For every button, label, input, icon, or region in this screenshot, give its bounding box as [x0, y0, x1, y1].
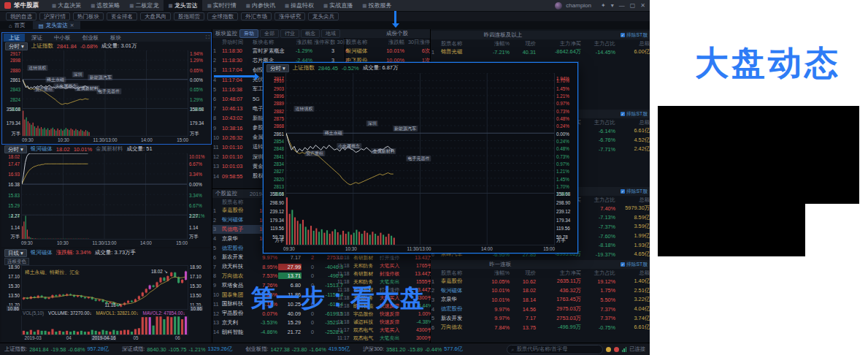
menu-item-二板定龙[interactable]: ▦二板定龙	[125, 0, 163, 11]
move-row[interactable]: 11:17双杰电气大笔买入4300手	[337, 326, 430, 334]
annotation-arrow-down	[394, 11, 396, 23]
filter-tab-全部[interactable]: 全部	[260, 29, 279, 38]
period-select[interactable]: 分时 ▾	[4, 145, 27, 153]
toolbar-button-股指期货[interactable]: 股指期货	[174, 12, 204, 20]
menu-item-选股策略[interactable]: ▦选股策略	[86, 0, 124, 11]
filter-tab-地域[interactable]: 地域	[321, 29, 340, 38]
period-select[interactable]: 日线 ▾	[4, 249, 27, 257]
doc-icon: ▤	[39, 23, 44, 29]
menu-icon: ▦	[52, 3, 56, 9]
stock-pct: 10.01%	[74, 146, 92, 153]
table-row[interactable]: 14朗科智能-4.86%21.720-2528.4	[212, 327, 337, 337]
exclude-st-checkbox[interactable]: ✓排除ST股	[621, 31, 648, 39]
board-tag: 新能源汽车	[393, 126, 418, 131]
toolbar-button-全球指数[interactable]: 全球指数	[207, 12, 238, 20]
filter-tab-行业[interactable]: 行业	[280, 29, 299, 38]
menu-icon: ▦	[362, 3, 366, 9]
expand-icon[interactable]: ⛶	[206, 34, 210, 40]
toolbar-button-涨停研究[interactable]: 涨停研究	[274, 12, 305, 20]
menu-item-大盘决策[interactable]: ▦大盘决策	[47, 0, 85, 11]
menu-item-实时行情[interactable]: ▦实时行情	[203, 0, 241, 11]
menu-icon: ▦	[285, 3, 289, 9]
toolbar-button-外汇市场[interactable]: 外汇市场	[241, 12, 272, 20]
maximize-button[interactable]: ▢	[630, 2, 636, 9]
theme-icon[interactable]: ✦	[601, 2, 606, 9]
price-annotation: 11.18 ↗	[105, 302, 121, 308]
board-note: 稀土永磁、特斯拉、汇金	[25, 269, 80, 276]
market-tab-深证[interactable]: 深证	[26, 34, 47, 42]
market-tab-板块[interactable]: 板块	[105, 34, 126, 42]
move-row[interactable]: 11:18天和防务大笔买入1765手	[337, 262, 430, 270]
index-minute-popup[interactable]: 分时 ▾ 上证指数 2846.45 -0.52% 成交量: 6.87万 2917…	[263, 62, 578, 253]
menu-item-龙头雷达[interactable]: ▦龙头雷达	[164, 0, 201, 11]
avatar[interactable]	[555, 2, 562, 9]
plate-monitor-title: 板块监控	[215, 30, 237, 37]
table-row[interactable]: 5新农开发9.97%7.172753.03万7.37%3.74亿	[431, 313, 650, 323]
menu-item-内参快讯[interactable]: ▦内参快讯	[242, 0, 280, 11]
board-tag: 深圳	[72, 72, 83, 77]
bell-icon[interactable]	[614, 347, 619, 352]
exclude-st-checkbox[interactable]: ✓排除ST股	[621, 261, 648, 268]
market-tabs: 上证深证中小板创业板板块⛶	[2, 33, 211, 42]
toolbar-button-龙头尖兵[interactable]: 龙头尖兵	[308, 12, 339, 20]
minimize-button[interactable]: —	[619, 2, 625, 9]
app-window: 笨牛股票 ▦大盘决策▦选股策略▦二板定龙▦龙头雷达▦实时行情▦内参快讯▦操盘特权…	[0, 0, 650, 355]
move-row[interactable]: 11:18有研新材封涨停板13.44万	[337, 270, 430, 278]
close-tab-icon[interactable]: ✕	[70, 23, 74, 28]
toolbar-button-大盘风向[interactable]: 大盘风向	[140, 12, 171, 20]
board-tag: 送转填权	[293, 106, 314, 112]
period-select[interactable]: 分时 ▾	[5, 42, 28, 50]
market-tab-创业板[interactable]: 创业板	[77, 34, 104, 42]
index-quote[interactable]: 沪深300:3581.20-15.89-0.44%577.6亿	[363, 346, 463, 353]
period-select[interactable]: 分时 ▾	[266, 64, 289, 72]
table-row[interactable]: 1铭普光磁-7.21%40.31-8642.64万-14.45%6.00亿	[431, 47, 650, 57]
close-button[interactable]: ✕	[640, 2, 645, 9]
step-annotation: 第一步：看大盘	[251, 282, 425, 315]
screenshot-root: 笨牛股票 ▦大盘决策▦选股策略▦二板定龙▦龙头雷达▦实时行情▦内参快讯▦操盘特权…	[0, 0, 868, 355]
checkbox-icon: ✓	[621, 112, 625, 116]
toolbar-button-资金排名[interactable]: 资金排名	[107, 12, 137, 20]
exclude-st-checkbox[interactable]: ✓排除ST股	[621, 188, 648, 195]
chevron-down-icon[interactable]: ▾	[611, 2, 614, 9]
coin-icon[interactable]	[606, 347, 611, 352]
table-header: 股票名称涨跌幅30日涨停	[345, 38, 431, 46]
index-minute-chart: 2917289828802861284328242806358.68179.34…	[2, 50, 211, 144]
table-row[interactable]: 8万向德农7.53%13.710-496.9	[212, 272, 337, 281]
menu-item-投教服务[interactable]: ▦投教服务	[358, 0, 396, 11]
menu-item-实战直播[interactable]: ▦实战直播	[319, 0, 357, 11]
toolbar-button-沪深行情[interactable]: 沪深行情	[39, 12, 70, 20]
table-row[interactable]: 111:18:30富时罗素概念-1.29%36	[212, 46, 345, 56]
popup-minute-chart: 2917291029032896288928822875286828612854…	[264, 73, 577, 253]
filter-tab-概念[interactable]: 概念	[301, 29, 320, 38]
quick-nav-toolbar: 我的自选沪深行情热门板块资金排名大盘风向股指期货全球指数外汇市场涨停研究龙头尖兵	[0, 11, 650, 21]
table-row[interactable]: 银河磁体10.01%6次	[345, 46, 431, 56]
table-row[interactable]: 2银河磁体10.01%18.02436.32万1.75%2.51亿	[431, 286, 650, 296]
index-quote[interactable]: 上证指数:2841.84-19.58-0.68%957.28亿	[4, 346, 109, 353]
index-quote[interactable]: 创业板指:1427.38-23.80-1.64%419.55亿	[245, 346, 350, 353]
move-row[interactable]: 11:17双杰电气大笔卖出3000手	[337, 334, 430, 342]
market-tab-上证[interactable]: 上证	[4, 34, 25, 42]
checkbox-icon: ✓	[621, 33, 625, 37]
menu-icon: ▦	[129, 3, 134, 9]
table-row[interactable]: 1泰嘉股份10.05%10.622635.11万19.12%1.40亿	[431, 277, 650, 286]
stock-board: 金属新材料	[96, 145, 123, 153]
table-row[interactable]: 6新农开发9.97%7.1722753.0	[212, 253, 337, 262]
menu-icon: ▦	[207, 3, 212, 9]
table-row[interactable]: 3京泉华10.01%18.141763.45万5.50%3.22亿	[431, 295, 650, 305]
table-row[interactable]: 6万向德农7.84%13.75-496.99万-0.75%6.61亿	[431, 323, 650, 332]
toolbar-button-热门板块[interactable]: 热门板块	[73, 12, 104, 20]
move-row[interactable]: 11:18有研新材打开涨停13.43万	[337, 253, 430, 262]
move-row[interactable]: 11:18诚迈科技快速反弹-4.38%	[337, 318, 430, 326]
board-tag: 深圳	[366, 121, 378, 126]
toolbar-button-我的自选[interactable]: 我的自选	[6, 12, 37, 20]
menu-item-操盘特权[interactable]: ▦操盘特权	[280, 0, 318, 11]
market-tab-中小板[interactable]: 中小板	[49, 34, 76, 42]
search-input[interactable]: ⌕股票代码/名称/首字母	[507, 345, 603, 354]
table-row[interactable]: 7欣天科技8.95%27.990-4046.3	[212, 262, 337, 272]
table-row[interactable]: 4德宏股份9.97%14.562975.03万7.37%4.04亿	[431, 305, 650, 314]
filter-tab-异动[interactable]: 异动	[239, 29, 258, 38]
board-tag: 小金属概念	[337, 143, 361, 149]
exclude-st-checkbox[interactable]: ✓排除ST股	[621, 110, 648, 118]
table-row[interactable]: 13京天利-3.53%15.290-3521.4	[212, 318, 337, 328]
index-quote[interactable]: 深证成指:8640.30-105.75-1.21%1329.26亿	[122, 346, 232, 353]
